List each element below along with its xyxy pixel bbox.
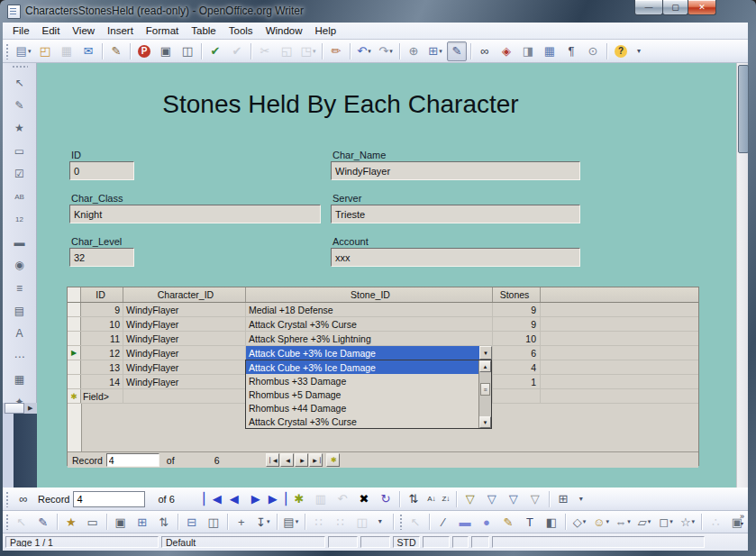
- combo-box-icon[interactable]: ▤: [9, 300, 31, 321]
- toolbar-handle[interactable]: [12, 65, 28, 69]
- status-page-style[interactable]: Default: [161, 536, 325, 548]
- sort-ascending-icon[interactable]: A↓: [425, 489, 438, 509]
- page-preview-icon[interactable]: ◫: [178, 41, 197, 61]
- form-navigator-icon[interactable]: ⊞: [132, 512, 152, 532]
- align-icon[interactable]: ▤▾: [281, 512, 301, 532]
- char-name-field[interactable]: WindyFlayer: [331, 161, 580, 180]
- draw-functions-icon[interactable]: ✎: [447, 41, 467, 61]
- redo-icon[interactable]: ↷▾: [376, 41, 396, 61]
- form-icon[interactable]: ▭: [9, 141, 31, 161]
- combo-dropdown-button[interactable]: ▼: [479, 346, 492, 360]
- position-size-icon[interactable]: +: [232, 512, 251, 532]
- record-number-input[interactable]: [73, 491, 145, 507]
- char-class-field[interactable]: Knight: [69, 205, 321, 223]
- row-selector-cell[interactable]: [68, 375, 81, 388]
- block-arrows-icon[interactable]: ⇔▾: [613, 512, 633, 532]
- toolbar-handle[interactable]: [5, 43, 10, 59]
- char-level-field[interactable]: 32: [69, 248, 134, 267]
- dropdown-scrollbar[interactable]: ▲ ≡ ▼: [478, 360, 491, 428]
- sort-descending-icon[interactable]: Z↓: [440, 489, 452, 509]
- cell-id[interactable]: 10: [81, 317, 123, 331]
- record-number-input[interactable]: [106, 453, 159, 467]
- change-anchor-icon[interactable]: ↧▾: [253, 512, 273, 532]
- line-icon[interactable]: ∕: [433, 512, 453, 532]
- cell-stones[interactable]: 1: [493, 375, 541, 388]
- cell-character-id[interactable]: [123, 389, 246, 403]
- column-header-stones[interactable]: Stones: [493, 287, 541, 302]
- list-box-icon[interactable]: ≡: [9, 278, 31, 298]
- undo-icon[interactable]: ↶▾: [354, 41, 374, 61]
- menu-view[interactable]: View: [66, 23, 101, 38]
- insert-table-icon[interactable]: ⊞▾: [425, 41, 445, 61]
- next-record-icon[interactable]: ▶: [246, 489, 266, 509]
- form-design-icon[interactable]: ▦: [9, 369, 31, 389]
- cell-stone-id[interactable]: Attack Sphere +3% Lightning: [246, 332, 493, 345]
- export-pdf-icon[interactable]: P: [134, 41, 154, 61]
- delete-record-icon[interactable]: ✖: [354, 489, 374, 509]
- email-icon[interactable]: ✉: [78, 41, 98, 61]
- row-selector-cell[interactable]: [68, 332, 81, 345]
- help-icon[interactable]: ?: [611, 41, 631, 61]
- refresh-icon[interactable]: ↻: [376, 489, 396, 509]
- cell-id[interactable]: 13: [81, 360, 123, 374]
- auto-filter-icon[interactable]: ▽: [460, 489, 480, 509]
- first-record-icon[interactable]: ▏◀: [203, 489, 223, 509]
- cell-stones[interactable]: 9: [493, 317, 541, 331]
- new-record-button[interactable]: ✱: [326, 453, 340, 467]
- formatted-field-icon[interactable]: 12: [9, 209, 31, 230]
- cell-id[interactable]: 14: [81, 375, 123, 388]
- flowchart-icon[interactable]: ▱▾: [634, 512, 654, 532]
- cell-stones[interactable]: 9: [493, 303, 541, 316]
- menu-format[interactable]: Format: [140, 23, 185, 38]
- scroll-down-button[interactable]: ▼: [479, 416, 491, 428]
- open-in-design-mode-icon[interactable]: ◫: [204, 512, 223, 532]
- row-selector-cell[interactable]: [68, 303, 81, 316]
- dropdown-item[interactable]: Rhombus +33 Damage: [246, 374, 478, 387]
- toolbar-handle[interactable]: [5, 514, 8, 530]
- row-selector-cell[interactable]: [68, 317, 81, 331]
- cell-character-id[interactable]: WindyFlayer: [123, 317, 246, 331]
- cell-character-id[interactable]: WindyFlayer: [123, 346, 246, 360]
- ellipse-icon[interactable]: ●: [477, 512, 496, 532]
- basic-shapes-icon[interactable]: ◇▾: [569, 512, 589, 532]
- text-callout-icon[interactable]: ◧: [542, 512, 561, 532]
- status-page[interactable]: Page 1 / 1: [5, 536, 159, 548]
- rectangle-icon[interactable]: ▬: [455, 512, 475, 532]
- dropdown-item[interactable]: Attack Cube +3% Ice Damage: [246, 360, 478, 374]
- form-based-filters-icon[interactable]: ▽: [504, 489, 524, 509]
- reset-filter-icon[interactable]: ▽: [525, 489, 545, 509]
- menu-file[interactable]: File: [6, 23, 36, 38]
- cell-character-id[interactable]: WindyFlayer: [123, 303, 246, 316]
- cell-id[interactable]: Field>: [81, 389, 123, 403]
- dropdown-item[interactable]: Rhombus +44 Damage: [246, 401, 478, 415]
- menu-window[interactable]: Window: [260, 23, 309, 38]
- toolbar-options-icon[interactable]: ▾: [575, 489, 587, 509]
- toolbar-options-icon[interactable]: ▾: [374, 512, 387, 532]
- find-record-icon[interactable]: ∞: [14, 489, 33, 509]
- option-button-icon[interactable]: ◉: [9, 255, 31, 276]
- id-field[interactable]: 0: [69, 161, 134, 180]
- toolbar-handle[interactable]: [399, 514, 402, 530]
- account-field[interactable]: xxx: [331, 248, 580, 267]
- status-insert-mode[interactable]: STD: [393, 536, 420, 548]
- first-record-button[interactable]: ▏◀: [266, 453, 279, 467]
- last-record-icon[interactable]: ▶▕: [268, 489, 287, 509]
- cell-stones[interactable]: 10: [493, 332, 541, 345]
- dropdown-item[interactable]: Attack Crystal +3% Curse: [246, 415, 478, 428]
- close-button[interactable]: ✕: [688, 0, 716, 15]
- next-record-button[interactable]: ▶: [295, 453, 308, 467]
- toolbar-scroll-thumb[interactable]: [5, 403, 24, 414]
- previous-record-icon[interactable]: ◀: [224, 489, 244, 509]
- cell-stones[interactable]: [493, 389, 541, 403]
- cell-stone-id[interactable]: Attack Cube +3% Ice Damage▼: [246, 346, 493, 360]
- cell-id[interactable]: 9: [81, 303, 123, 316]
- new-document-icon[interactable]: ▤▾: [14, 41, 33, 61]
- new-record-icon[interactable]: ✱: [289, 489, 309, 509]
- data-sources-icon[interactable]: ▦: [540, 41, 560, 61]
- prev-record-button[interactable]: ◀: [280, 453, 294, 467]
- column-header-stone_id[interactable]: Stone_ID: [246, 287, 493, 302]
- stars-icon[interactable]: ☆▾: [678, 512, 697, 532]
- toolbar-scroll[interactable]: ▶: [3, 403, 37, 414]
- format-paintbrush-icon[interactable]: ✏: [326, 41, 346, 61]
- toolbar-overflow-icon[interactable]: »▾: [740, 513, 744, 526]
